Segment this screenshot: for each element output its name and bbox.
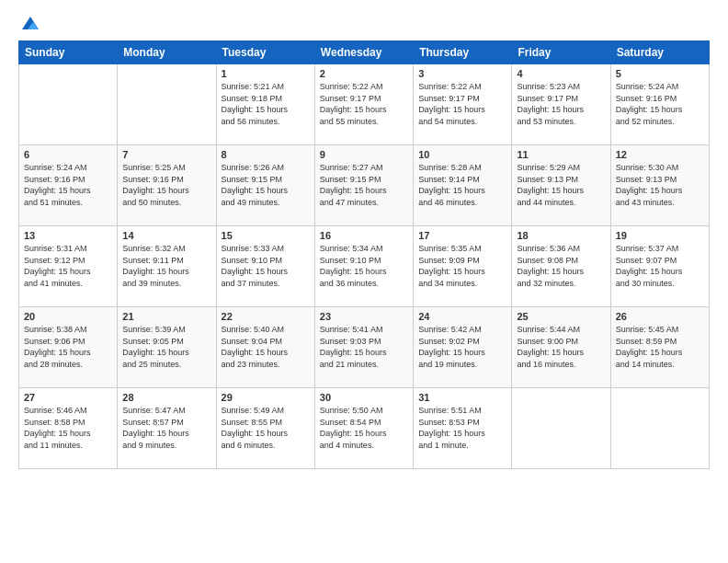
col-header-saturday: Saturday [610, 41, 709, 64]
day-info: Sunrise: 5:34 AM Sunset: 9:10 PM Dayligh… [320, 243, 408, 289]
day-number: 30 [320, 392, 408, 403]
calendar-cell: 9Sunrise: 5:27 AM Sunset: 9:15 PM Daylig… [314, 145, 413, 226]
calendar-cell: 3Sunrise: 5:22 AM Sunset: 9:17 PM Daylig… [414, 64, 512, 145]
day-info: Sunrise: 5:33 AM Sunset: 9:10 PM Dayligh… [222, 243, 310, 289]
day-info: Sunrise: 5:46 AM Sunset: 8:58 PM Dayligh… [24, 405, 112, 451]
day-info: Sunrise: 5:22 AM Sunset: 9:17 PM Dayligh… [418, 81, 506, 127]
calendar-cell: 7Sunrise: 5:25 AM Sunset: 9:16 PM Daylig… [118, 145, 216, 226]
calendar-cell: 22Sunrise: 5:40 AM Sunset: 9:04 PM Dayli… [216, 307, 314, 388]
calendar-cell: 16Sunrise: 5:34 AM Sunset: 9:10 PM Dayli… [314, 226, 413, 307]
day-number: 28 [122, 392, 210, 403]
calendar-cell: 17Sunrise: 5:35 AM Sunset: 9:09 PM Dayli… [414, 226, 512, 307]
calendar-cell: 12Sunrise: 5:30 AM Sunset: 9:13 PM Dayli… [610, 145, 709, 226]
header [18, 17, 710, 31]
calendar-week-row: 13Sunrise: 5:31 AM Sunset: 9:12 PM Dayli… [19, 226, 710, 307]
calendar-cell [512, 388, 610, 469]
calendar-cell: 27Sunrise: 5:46 AM Sunset: 8:58 PM Dayli… [19, 388, 118, 469]
calendar-cell: 18Sunrise: 5:36 AM Sunset: 9:08 PM Dayli… [512, 226, 610, 307]
calendar-week-row: 20Sunrise: 5:38 AM Sunset: 9:06 PM Dayli… [19, 307, 710, 388]
day-number: 19 [616, 230, 704, 241]
day-info: Sunrise: 5:35 AM Sunset: 9:09 PM Dayligh… [418, 243, 506, 289]
calendar-cell: 29Sunrise: 5:49 AM Sunset: 8:55 PM Dayli… [216, 388, 314, 469]
calendar-cell: 11Sunrise: 5:29 AM Sunset: 9:13 PM Dayli… [512, 145, 610, 226]
day-number: 14 [122, 230, 210, 241]
calendar-cell: 21Sunrise: 5:39 AM Sunset: 9:05 PM Dayli… [118, 307, 216, 388]
col-header-wednesday: Wednesday [314, 41, 413, 64]
day-info: Sunrise: 5:39 AM Sunset: 9:05 PM Dayligh… [122, 324, 210, 370]
col-header-thursday: Thursday [414, 41, 512, 64]
day-info: Sunrise: 5:45 AM Sunset: 8:59 PM Dayligh… [616, 324, 704, 370]
calendar-cell: 2Sunrise: 5:22 AM Sunset: 9:17 PM Daylig… [314, 64, 413, 145]
day-info: Sunrise: 5:24 AM Sunset: 9:16 PM Dayligh… [24, 162, 112, 208]
day-number: 1 [222, 68, 310, 79]
col-header-sunday: Sunday [19, 41, 118, 64]
day-number: 13 [24, 230, 112, 241]
day-info: Sunrise: 5:32 AM Sunset: 9:11 PM Dayligh… [122, 243, 210, 289]
col-header-tuesday: Tuesday [216, 41, 314, 64]
calendar-cell: 14Sunrise: 5:32 AM Sunset: 9:11 PM Dayli… [118, 226, 216, 307]
day-number: 9 [320, 149, 408, 160]
page: SundayMondayTuesdayWednesdayThursdayFrid… [0, 0, 728, 563]
day-number: 25 [517, 311, 605, 322]
day-number: 16 [320, 230, 408, 241]
day-info: Sunrise: 5:44 AM Sunset: 9:00 PM Dayligh… [517, 324, 605, 370]
day-number: 22 [222, 311, 310, 322]
calendar-cell: 8Sunrise: 5:26 AM Sunset: 9:15 PM Daylig… [216, 145, 314, 226]
day-number: 4 [517, 68, 605, 79]
calendar-week-row: 27Sunrise: 5:46 AM Sunset: 8:58 PM Dayli… [19, 388, 710, 469]
day-number: 7 [122, 149, 210, 160]
day-number: 26 [616, 311, 704, 322]
day-info: Sunrise: 5:42 AM Sunset: 9:02 PM Dayligh… [418, 324, 506, 370]
day-number: 23 [320, 311, 408, 322]
day-info: Sunrise: 5:47 AM Sunset: 8:57 PM Dayligh… [122, 405, 210, 451]
calendar-cell [118, 64, 216, 145]
day-number: 5 [616, 68, 704, 79]
calendar-week-row: 1Sunrise: 5:21 AM Sunset: 9:18 PM Daylig… [19, 64, 710, 145]
calendar-cell: 10Sunrise: 5:28 AM Sunset: 9:14 PM Dayli… [414, 145, 512, 226]
day-number: 2 [320, 68, 408, 79]
day-number: 15 [222, 230, 310, 241]
day-info: Sunrise: 5:29 AM Sunset: 9:13 PM Dayligh… [517, 162, 605, 208]
day-number: 17 [418, 230, 506, 241]
calendar-cell: 31Sunrise: 5:51 AM Sunset: 8:53 PM Dayli… [414, 388, 512, 469]
day-info: Sunrise: 5:37 AM Sunset: 9:07 PM Dayligh… [616, 243, 704, 289]
logo-icon [20, 15, 40, 31]
calendar-cell: 24Sunrise: 5:42 AM Sunset: 9:02 PM Dayli… [414, 307, 512, 388]
day-info: Sunrise: 5:23 AM Sunset: 9:17 PM Dayligh… [517, 81, 605, 127]
day-number: 20 [24, 311, 112, 322]
day-info: Sunrise: 5:41 AM Sunset: 9:03 PM Dayligh… [320, 324, 408, 370]
day-number: 31 [418, 392, 506, 403]
calendar-cell [19, 64, 118, 145]
calendar-header-row: SundayMondayTuesdayWednesdayThursdayFrid… [19, 41, 710, 64]
col-header-monday: Monday [118, 41, 216, 64]
calendar-cell: 15Sunrise: 5:33 AM Sunset: 9:10 PM Dayli… [216, 226, 314, 307]
calendar-cell: 19Sunrise: 5:37 AM Sunset: 9:07 PM Dayli… [610, 226, 709, 307]
calendar-table: SundayMondayTuesdayWednesdayThursdayFrid… [18, 40, 710, 469]
day-number: 11 [517, 149, 605, 160]
calendar-cell [610, 388, 709, 469]
calendar-cell: 4Sunrise: 5:23 AM Sunset: 9:17 PM Daylig… [512, 64, 610, 145]
logo [18, 17, 40, 31]
day-number: 3 [418, 68, 506, 79]
day-info: Sunrise: 5:22 AM Sunset: 9:17 PM Dayligh… [320, 81, 408, 127]
calendar-cell: 13Sunrise: 5:31 AM Sunset: 9:12 PM Dayli… [19, 226, 118, 307]
day-info: Sunrise: 5:49 AM Sunset: 8:55 PM Dayligh… [222, 405, 310, 451]
calendar-cell: 26Sunrise: 5:45 AM Sunset: 8:59 PM Dayli… [610, 307, 709, 388]
day-info: Sunrise: 5:24 AM Sunset: 9:16 PM Dayligh… [616, 81, 704, 127]
calendar-cell: 25Sunrise: 5:44 AM Sunset: 9:00 PM Dayli… [512, 307, 610, 388]
calendar-cell: 23Sunrise: 5:41 AM Sunset: 9:03 PM Dayli… [314, 307, 413, 388]
day-info: Sunrise: 5:38 AM Sunset: 9:06 PM Dayligh… [24, 324, 112, 370]
day-info: Sunrise: 5:30 AM Sunset: 9:13 PM Dayligh… [616, 162, 704, 208]
day-number: 21 [122, 311, 210, 322]
calendar-cell: 1Sunrise: 5:21 AM Sunset: 9:18 PM Daylig… [216, 64, 314, 145]
calendar-cell: 28Sunrise: 5:47 AM Sunset: 8:57 PM Dayli… [118, 388, 216, 469]
calendar-week-row: 6Sunrise: 5:24 AM Sunset: 9:16 PM Daylig… [19, 145, 710, 226]
calendar-cell: 30Sunrise: 5:50 AM Sunset: 8:54 PM Dayli… [314, 388, 413, 469]
day-info: Sunrise: 5:21 AM Sunset: 9:18 PM Dayligh… [222, 81, 310, 127]
calendar-cell: 5Sunrise: 5:24 AM Sunset: 9:16 PM Daylig… [610, 64, 709, 145]
day-info: Sunrise: 5:31 AM Sunset: 9:12 PM Dayligh… [24, 243, 112, 289]
day-number: 8 [222, 149, 310, 160]
day-number: 18 [517, 230, 605, 241]
day-number: 24 [418, 311, 506, 322]
day-info: Sunrise: 5:51 AM Sunset: 8:53 PM Dayligh… [418, 405, 506, 451]
